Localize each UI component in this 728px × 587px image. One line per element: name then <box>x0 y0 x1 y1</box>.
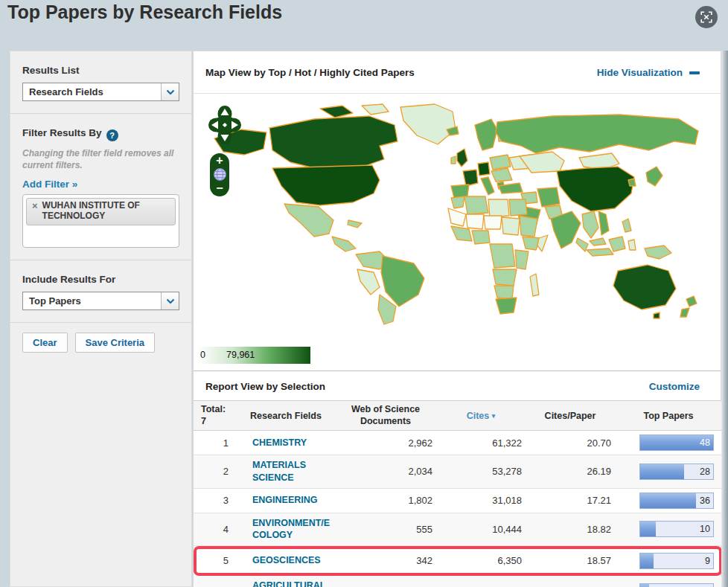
row-cites-per-paper: 26.19 <box>526 455 615 488</box>
top-papers-value: 10 <box>700 524 710 534</box>
panel-edge-shadow <box>721 51 728 587</box>
top-papers-bar: 48 <box>639 434 714 451</box>
top-papers-bar: 28 <box>639 463 714 480</box>
column-header-research-fields[interactable]: Research Fields <box>237 400 335 431</box>
map-zoom-control[interactable]: + − <box>210 153 229 196</box>
clear-button[interactable]: Clear <box>22 333 68 353</box>
filter-results-label-text: Filter Results By <box>22 127 102 138</box>
filter-results-label: Filter Results By? <box>22 127 179 141</box>
row-rank: 3 <box>194 489 237 513</box>
column-header-cites[interactable]: Cites ▾ <box>436 400 526 431</box>
hide-visualization-link[interactable]: Hide Visualization <box>597 67 700 78</box>
row-wos-documents: 1,802 <box>335 489 436 513</box>
table-row: 3ENGINEERING1,80231,01817.2136 <box>194 489 722 513</box>
table-row: 2MATERIALS SCIENCE2,03453,27826.1928 <box>194 455 722 488</box>
row-wos-documents: 2,962 <box>335 431 436 455</box>
column-header-wos-documents[interactable]: Web of Science Documents <box>335 400 436 431</box>
top-papers-bar: 10 <box>639 521 714 537</box>
row-field: MATERIALS SCIENCE <box>237 455 335 488</box>
top-papers-value: 28 <box>700 466 710 477</box>
row-cites: 31,018 <box>436 489 526 513</box>
help-icon[interactable]: ? <box>106 129 118 141</box>
zoom-in-button[interactable]: + <box>216 155 223 166</box>
field-link[interactable]: MATERIALS SCIENCE <box>252 460 306 483</box>
top-papers-bar-fill <box>640 493 696 508</box>
filter-note: Changing the filter field removes all cu… <box>22 148 179 171</box>
chevron-down-icon[interactable] <box>161 83 179 100</box>
legend-min-value: 0 <box>200 350 205 360</box>
row-top-papers: 48 <box>615 431 722 455</box>
include-results-label: Include Results For <box>22 274 179 285</box>
report-table-head: Total: 7 Research Fields Web of Science … <box>194 400 722 431</box>
customize-link[interactable]: Customize <box>649 381 700 392</box>
filter-tag-wuhan-institute[interactable]: × WUHAN INSTITUTE OF TECHNOLOGY <box>26 198 176 225</box>
page-title: Top Papers by Research Fields <box>7 1 282 23</box>
field-link[interactable]: ENGINEERING <box>252 495 318 505</box>
fullscreen-button[interactable] <box>695 6 718 28</box>
globe-icon[interactable] <box>214 168 226 181</box>
row-wos-documents: 555 <box>335 513 436 546</box>
row-rank: 2 <box>194 455 237 488</box>
map-countries <box>214 104 698 324</box>
row-rank: 1 <box>194 431 237 455</box>
row-field: AGRICULTURAL SCIENCES <box>237 576 335 587</box>
include-results-select[interactable]: Top Papers <box>22 292 179 310</box>
map-view-header: Map View by Top / Hot / Highly Cited Pap… <box>194 51 721 94</box>
top-papers-bar: 6 <box>639 583 714 587</box>
top-papers-value: 48 <box>700 437 710 448</box>
filter-results-section: Filter Results By? Changing the filter f… <box>10 114 191 260</box>
field-link[interactable]: CHEMISTRY <box>252 437 307 448</box>
zoom-out-button[interactable]: − <box>216 182 223 193</box>
filter-tag-label: WUHAN INSTITUTE OF TECHNOLOGY <box>42 201 170 222</box>
table-row: 5GEOSCIENCES3426,35018.579 <box>194 546 722 576</box>
map-visualization[interactable]: + − 0 79,961 <box>194 94 721 371</box>
row-rank: 6 <box>194 576 237 587</box>
field-link[interactable]: GEOSCIENCES <box>252 555 321 565</box>
cites-header-label: Cites <box>467 411 490 421</box>
top-papers-bar-fill <box>640 464 684 479</box>
row-top-papers: 10 <box>615 513 722 546</box>
table-row: 6AGRICULTURAL SCIENCES2055,79428.266 <box>194 576 722 587</box>
row-cites-per-paper: 18.57 <box>526 546 615 576</box>
field-link[interactable]: AGRICULTURAL SCIENCES <box>252 580 325 587</box>
table-row: 4ENVIRONMENT/E COLOGY55510,44418.8210 <box>194 513 722 546</box>
row-cites: 53,278 <box>436 455 526 488</box>
results-list-label: Results List <box>22 65 179 76</box>
top-papers-bar-fill <box>640 554 654 568</box>
row-cites: 61,322 <box>436 431 526 455</box>
row-rank: 4 <box>194 513 237 546</box>
report-view-header: Report View by Selection Customize <box>194 371 721 400</box>
add-filter-link[interactable]: Add Filter » <box>22 179 77 190</box>
remove-filter-icon[interactable]: × <box>32 201 38 211</box>
row-field: ENVIRONMENT/E COLOGY <box>237 513 335 546</box>
row-cites: 10,444 <box>436 513 526 546</box>
top-papers-value: 9 <box>705 556 710 566</box>
top-papers-bar: 9 <box>639 553 714 569</box>
chevron-down-icon[interactable] <box>161 292 179 309</box>
results-list-select[interactable]: Research Fields <box>22 83 179 101</box>
world-map[interactable] <box>202 103 716 326</box>
row-cites-per-paper: 28.26 <box>526 576 615 587</box>
row-cites: 6,350 <box>436 546 526 576</box>
row-rank: 5 <box>194 546 237 576</box>
legend-max-value: 79,961 <box>226 350 255 360</box>
top-papers-bar: 36 <box>639 493 714 509</box>
row-top-papers: 9 <box>615 546 722 576</box>
fullscreen-icon <box>700 11 712 23</box>
top-papers-bar-fill <box>640 522 656 536</box>
collapse-icon <box>689 71 700 74</box>
map-pan-control[interactable] <box>208 106 241 150</box>
sort-descending-icon: ▾ <box>492 412 496 420</box>
column-header-cites-per-paper[interactable]: Cites/Paper <box>526 400 615 431</box>
report-table: Total: 7 Research Fields Web of Science … <box>194 400 722 587</box>
row-wos-documents: 205 <box>335 576 436 587</box>
table-row: 1CHEMISTRY2,96261,32220.7048 <box>194 431 722 455</box>
sidebar-buttons: Clear Save Criteria <box>10 323 191 362</box>
row-top-papers: 36 <box>615 489 722 513</box>
field-link[interactable]: ENVIRONMENT/E COLOGY <box>252 518 330 541</box>
results-list-section: Results List Research Fields <box>10 51 191 114</box>
save-criteria-button[interactable]: Save Criteria <box>75 333 156 353</box>
results-list-selected-value: Research Fields <box>29 86 103 97</box>
column-header-top-papers[interactable]: Top Papers <box>615 400 722 431</box>
row-cites-per-paper: 18.82 <box>526 513 615 546</box>
